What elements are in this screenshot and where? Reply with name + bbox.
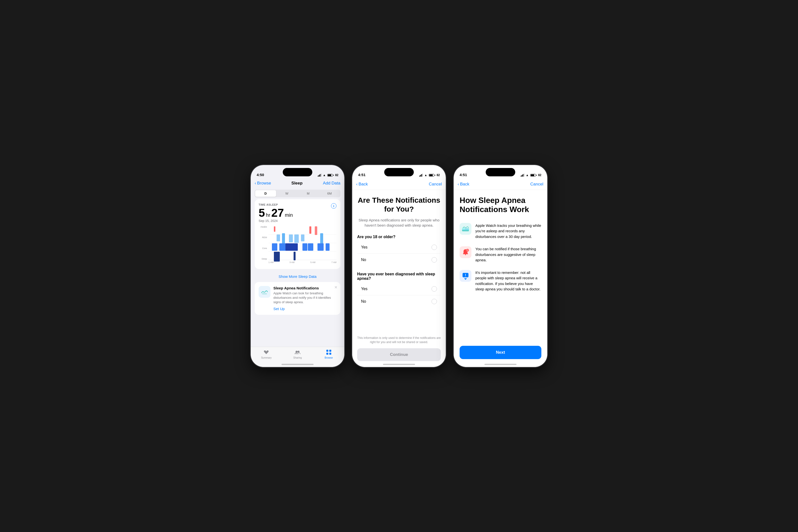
bar-core-7	[326, 243, 329, 251]
screen-content-1: ‹ Browse Sleep Add Data D W M 6M TIME AS…	[251, 179, 344, 367]
wifi-icon-3: ▲	[526, 173, 529, 177]
bar-core-4	[302, 243, 307, 251]
bar-core-5	[308, 243, 313, 251]
apnea-title: Sleep Apnea Notifications	[273, 286, 337, 290]
bar-core-3	[285, 243, 298, 251]
grid-icon	[326, 349, 332, 356]
bar-rem-3	[301, 234, 304, 241]
form-title: Are These Notifications for You?	[357, 196, 441, 213]
add-data-button[interactable]: Add Data	[323, 181, 340, 186]
radio-yes-2-label: Yes	[361, 287, 367, 291]
status-icons-3: ▲ 82	[521, 173, 542, 177]
radio-no-2[interactable]: No	[357, 295, 441, 308]
bar-rem-4	[294, 234, 299, 243]
continue-button[interactable]: Continue	[357, 348, 441, 361]
form-footer: This information is only used to determi…	[352, 333, 446, 367]
form-cancel-button[interactable]: Cancel	[429, 182, 442, 187]
sharing-icon	[294, 349, 301, 356]
bar-deep-2	[293, 252, 296, 260]
home-indicator-2	[383, 364, 415, 365]
setup-button[interactable]: Set Up	[273, 307, 337, 311]
bar-awake-2	[309, 226, 311, 234]
form-note: This information is only used to determi…	[357, 336, 441, 344]
form-back-button[interactable]: ‹ Back	[356, 182, 368, 187]
question-1: Are you 18 or older?	[357, 235, 441, 239]
sleep-min-unit: min	[285, 212, 293, 218]
next-button[interactable]: Next	[460, 346, 542, 359]
how-footer: Next	[454, 341, 547, 367]
apnea-card: Sleep Apnea Notifications Apple Watch ca…	[255, 282, 340, 315]
apnea-close-button[interactable]: ✕	[334, 285, 338, 290]
bar-rem-1	[277, 234, 280, 241]
tab-summary[interactable]: Summary	[251, 349, 282, 359]
radio-no-1[interactable]: No	[357, 254, 441, 266]
segment-m[interactable]: M	[298, 190, 319, 197]
bell-icon: !	[460, 246, 471, 258]
time-5am: 5 AM	[310, 261, 316, 265]
svg-rect-6	[329, 353, 331, 355]
bar-deep-1	[274, 252, 280, 262]
signal-icon-3	[521, 174, 524, 176]
apnea-desc: Apple Watch can look for breathing distu…	[273, 291, 337, 305]
bed-icon	[460, 223, 471, 235]
radio-yes-1-circle	[432, 245, 437, 250]
tab-browse-label: Browse	[325, 356, 333, 359]
battery-icon-2	[429, 174, 435, 176]
radio-group-2: Yes No	[357, 283, 441, 308]
tab-browse[interactable]: Browse	[313, 349, 344, 359]
battery-icon-3	[530, 174, 537, 176]
radio-yes-1-label: Yes	[361, 245, 367, 249]
form-nav: ‹ Back Cancel	[352, 179, 446, 190]
back-button-1[interactable]: ‹ Browse	[255, 181, 271, 186]
time-7am: 7 AM	[331, 261, 337, 265]
time-3am: 3 AM	[289, 261, 294, 265]
apnea-card-icon	[259, 286, 270, 298]
sleep-hr-unit: hr	[266, 212, 270, 218]
radio-no-2-label: No	[361, 299, 366, 304]
sleep-date: Sep 15, 2024	[259, 219, 337, 223]
label-rem: REM	[259, 236, 268, 239]
segment-d[interactable]: D	[255, 190, 276, 197]
chevron-left-icon-2: ‹	[356, 182, 358, 187]
chevron-left-icon-3: ‹	[458, 182, 459, 187]
sleep-chart: Awake REM Core Deep	[259, 226, 337, 265]
segment-6m[interactable]: 6M	[319, 190, 340, 197]
svg-rect-9	[462, 228, 465, 229]
home-indicator-3	[484, 364, 516, 365]
form-subtitle: Sleep Apnea notifications are only for p…	[357, 217, 441, 228]
battery-icon-1	[327, 174, 334, 176]
nav-bar-1: ‹ Browse Sleep Add Data	[251, 179, 344, 188]
svg-point-2	[298, 351, 300, 353]
info-button[interactable]: i	[331, 203, 337, 209]
chevron-left-icon-1: ‹	[255, 181, 256, 186]
screen-content-2: ‹ Back Cancel Are These Notifications fo…	[352, 179, 446, 367]
form-screen: ‹ Back Cancel Are These Notifications fo…	[352, 179, 446, 367]
nav-title-1: Sleep	[291, 181, 302, 186]
svg-point-1	[296, 351, 298, 353]
segment-w[interactable]: W	[277, 190, 298, 197]
bar-core-6	[318, 243, 324, 251]
how-cancel-button[interactable]: Cancel	[530, 182, 543, 187]
back-label-1: Browse	[257, 181, 271, 186]
radio-yes-2[interactable]: Yes	[357, 283, 441, 295]
radio-yes-1[interactable]: Yes	[357, 241, 441, 254]
bar-core-1	[272, 243, 277, 251]
status-time-1: 4:50	[256, 173, 264, 177]
battery-level-2: 82	[437, 173, 440, 177]
show-more-button[interactable]: Show More Sleep Data	[251, 271, 344, 282]
dynamic-island-3	[486, 168, 515, 176]
svg-point-10	[465, 254, 466, 255]
how-back-button[interactable]: ‹ Back	[458, 182, 469, 187]
sleep-time: 5 hr 27 min	[259, 207, 337, 218]
how-back-label: Back	[460, 182, 470, 187]
time-1am: 1 AM	[268, 261, 274, 265]
svg-rect-4	[329, 350, 331, 352]
radio-no-1-circle	[432, 257, 437, 263]
phone-1: 4:50 ▲ 82	[251, 165, 344, 367]
exclamation-icon: !	[460, 270, 471, 282]
signal-icon-1	[318, 174, 321, 176]
tab-sharing[interactable]: Sharing	[282, 349, 313, 359]
chart-area	[268, 226, 337, 260]
bar-awake-1	[274, 226, 276, 232]
how-item-3: ! It's important to remember: not all pe…	[460, 270, 542, 292]
